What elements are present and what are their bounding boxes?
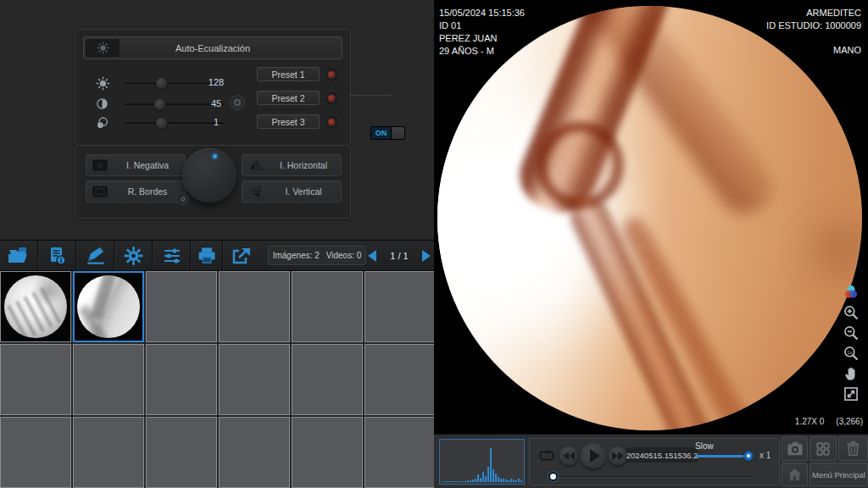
expand-button[interactable] xyxy=(841,385,861,403)
zoom-1x-icon: 1x xyxy=(843,345,860,362)
brightness-slider-thumb[interactable] xyxy=(156,78,167,89)
speed-slider-track[interactable] xyxy=(695,455,749,458)
xray-vignette xyxy=(437,6,862,430)
zoom-out-button[interactable] xyxy=(841,324,861,342)
pixel-value-readout: (3,266) xyxy=(836,417,863,426)
annotate-button[interactable] xyxy=(76,241,114,270)
gallery-cell-11[interactable] xyxy=(292,344,363,415)
snapshot-button[interactable] xyxy=(782,436,808,461)
application-window: Auto-Ecualización 128 45 xyxy=(0,0,868,488)
auto-equalization-button[interactable]: Auto-Ecualización xyxy=(83,36,342,59)
preset-2-button[interactable]: Preset 2 xyxy=(257,91,320,105)
videos-count-label: Videos: xyxy=(326,251,354,260)
gallery-cell-6[interactable] xyxy=(364,271,434,342)
color-value: 1 xyxy=(199,117,233,127)
seek-slider-thumb[interactable] xyxy=(548,472,558,481)
page-indicator: 1 / 1 xyxy=(390,251,408,261)
export-button[interactable] xyxy=(223,241,259,270)
gallery-cell-2[interactable] xyxy=(73,271,144,342)
zoom-level-readout: 1.27X 0 xyxy=(795,417,824,426)
previous-page-button[interactable] xyxy=(368,250,376,262)
gallery-cell-18[interactable] xyxy=(364,417,434,488)
contrast-slider-thumb[interactable] xyxy=(154,99,165,110)
color-channels-icon xyxy=(843,284,860,301)
panel-connector-line xyxy=(349,95,392,96)
gallery-cell-12[interactable] xyxy=(364,344,434,415)
speed-slider-thumb[interactable] xyxy=(743,451,754,461)
seek-slider-track[interactable] xyxy=(551,476,753,478)
gallery-cell-7[interactable] xyxy=(0,344,71,415)
flip-horizontal-button[interactable]: I. Horizontal xyxy=(242,154,342,176)
open-folder-icon xyxy=(8,246,30,266)
rewind-button[interactable] xyxy=(559,446,578,465)
brightness-burst-icon xyxy=(86,39,120,57)
color-slider-thumb[interactable] xyxy=(156,118,167,129)
loop-button[interactable] xyxy=(537,446,557,464)
play-button[interactable] xyxy=(581,443,606,469)
preset-1-button[interactable]: Preset 1 xyxy=(257,67,320,81)
main-menu-button[interactable]: Menú Principal xyxy=(810,463,868,486)
thumbnail-hand-xray[interactable] xyxy=(4,275,67,338)
open-folder-button[interactable] xyxy=(0,241,38,270)
gallery-cell-10[interactable] xyxy=(219,344,290,415)
toggle-knob xyxy=(391,127,404,139)
fluoroscopy-image[interactable] xyxy=(437,6,862,430)
gallery-cell-4[interactable] xyxy=(219,271,290,342)
preset-2-record-dot[interactable] xyxy=(326,93,337,103)
zoom-reset-1x-button[interactable]: 1x xyxy=(841,344,861,363)
zoom-in-button[interactable] xyxy=(841,303,861,322)
toggle-on-label: ON xyxy=(371,127,391,139)
gallery-cell-15[interactable] xyxy=(146,417,217,488)
color-channels-button[interactable] xyxy=(841,283,861,302)
contrast-reset-button[interactable] xyxy=(230,95,245,110)
next-page-button[interactable] xyxy=(422,250,431,262)
control-pane: Auto-Ecualización 128 45 xyxy=(0,0,434,488)
gallery-cell-13[interactable] xyxy=(0,417,71,488)
histogram-bars xyxy=(442,445,522,482)
pan-hand-button[interactable] xyxy=(841,364,861,383)
gallery-cell-17[interactable] xyxy=(292,417,363,488)
on-off-toggle[interactable]: ON xyxy=(370,126,405,140)
loop-icon xyxy=(539,450,554,462)
study-report-button[interactable] xyxy=(38,241,76,270)
print-button[interactable] xyxy=(191,241,223,270)
gallery-cell-9[interactable] xyxy=(146,344,217,415)
flip-vertical-button[interactable]: I. Vertical xyxy=(242,180,342,202)
brand-name: ARMEDITEC xyxy=(766,7,861,19)
patient-overlay: 15/05/2024 15:15:36 ID 01 PEREZ JUAN 29 … xyxy=(439,7,525,58)
knob-reset-button[interactable] xyxy=(176,192,189,205)
invert-negative-button[interactable]: I. Negativa xyxy=(86,154,186,176)
main-menu-label: Menú Principal xyxy=(812,470,865,480)
study-datetime: 15/05/2024 15:15:36 xyxy=(439,7,525,19)
gallery-cell-8[interactable] xyxy=(73,344,144,415)
delete-button[interactable] xyxy=(838,436,868,461)
study-overlay: ARMEDITEC ID ESTUDIO: 1000009 MANO xyxy=(766,7,861,57)
thumbnail-elbow-xray[interactable] xyxy=(77,275,140,338)
speed-label: Slow xyxy=(695,441,714,451)
image-adjust-panel: Auto-Ecualización 128 45 xyxy=(75,29,351,146)
gallery-cell-14[interactable] xyxy=(73,417,144,488)
main-toolbar: Imágenes: 2 Videos: 0 1 / 1 xyxy=(0,240,434,271)
pan-hand-icon xyxy=(843,365,860,382)
home-button[interactable] xyxy=(782,463,808,486)
rotation-knob[interactable] xyxy=(182,148,236,202)
trash-icon xyxy=(846,441,860,457)
camera-icon xyxy=(787,441,804,457)
export-arrow-icon xyxy=(231,246,253,266)
settings-button[interactable] xyxy=(114,241,153,270)
gallery-cell-3[interactable] xyxy=(146,271,217,342)
edge-enhance-button[interactable]: R. Bordes xyxy=(86,180,186,202)
fast-forward-button[interactable] xyxy=(609,446,627,465)
gallery-cell-5[interactable] xyxy=(292,271,363,342)
preset-1-record-dot[interactable] xyxy=(326,69,337,80)
adjustments-button[interactable] xyxy=(153,241,191,270)
rewind-icon xyxy=(563,452,569,460)
images-count-value: 2 xyxy=(314,251,320,260)
preset-3-record-dot[interactable] xyxy=(326,117,337,127)
gallery-cell-16[interactable] xyxy=(219,417,290,488)
preset-3-button[interactable]: Preset 3 xyxy=(257,114,320,129)
layout-grid-button[interactable] xyxy=(810,436,837,461)
study-report-icon xyxy=(47,246,68,266)
zoom-in-icon xyxy=(843,304,860,321)
gallery-cell-1[interactable] xyxy=(0,271,71,342)
